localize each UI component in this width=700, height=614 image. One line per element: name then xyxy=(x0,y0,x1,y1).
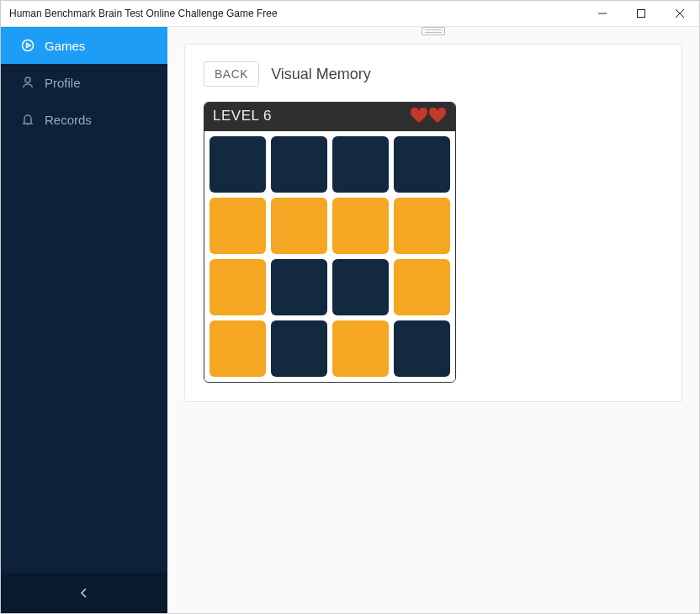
lives-container xyxy=(410,108,447,124)
memory-tile[interactable] xyxy=(332,259,389,315)
svg-point-5 xyxy=(25,77,30,82)
content-area: BACK Visual Memory LEVEL 6 xyxy=(167,27,699,613)
level-label: LEVEL 6 xyxy=(213,108,272,124)
memory-tile[interactable] xyxy=(332,320,389,377)
sidebar-item-label: Records xyxy=(45,113,92,127)
memory-tile[interactable] xyxy=(394,136,450,193)
memory-tile[interactable] xyxy=(394,259,450,315)
card-header: BACK Visual Memory xyxy=(204,61,663,87)
chevron-left-icon xyxy=(79,588,89,598)
window-controls xyxy=(583,1,699,26)
memory-tile[interactable] xyxy=(394,320,450,377)
memory-tile[interactable] xyxy=(209,320,266,377)
svg-point-4 xyxy=(23,40,34,51)
page-title: Visual Memory xyxy=(271,66,371,83)
memory-tile[interactable] xyxy=(209,136,266,193)
sidebar-item-profile[interactable]: Profile xyxy=(1,64,167,101)
play-circle-icon xyxy=(21,39,34,52)
memory-tile[interactable] xyxy=(271,320,327,377)
back-button[interactable]: BACK xyxy=(204,61,259,87)
main-area: Games Profile Records BACK Visual Memory xyxy=(1,27,699,613)
sidebar-item-games[interactable]: Games xyxy=(1,27,167,64)
person-icon xyxy=(21,76,34,89)
memory-tile[interactable] xyxy=(332,198,389,254)
memory-tile[interactable] xyxy=(209,198,266,254)
drag-handle-icon[interactable] xyxy=(422,27,445,35)
window-titlebar: Human Benchmark Brain Test Online Challe… xyxy=(1,1,699,27)
window-title: Human Benchmark Brain Test Online Challe… xyxy=(1,8,278,19)
bell-icon xyxy=(21,113,34,126)
minimize-icon xyxy=(598,9,607,18)
memory-tile[interactable] xyxy=(271,198,327,254)
maximize-icon xyxy=(637,9,645,18)
sidebar-item-label: Games xyxy=(45,39,85,53)
sidebar: Games Profile Records xyxy=(1,27,167,613)
heart-icon xyxy=(428,108,447,124)
sidebar-item-records[interactable]: Records xyxy=(1,101,167,138)
maximize-button[interactable] xyxy=(622,1,660,26)
game-board: LEVEL 6 xyxy=(204,102,456,383)
sidebar-collapse-button[interactable] xyxy=(1,573,167,613)
memory-tile[interactable] xyxy=(332,136,389,193)
minimize-button[interactable] xyxy=(583,1,622,26)
sidebar-item-label: Profile xyxy=(45,76,81,90)
memory-tile[interactable] xyxy=(271,136,327,193)
game-status-bar: LEVEL 6 xyxy=(204,103,455,131)
close-icon xyxy=(676,9,684,18)
memory-grid xyxy=(204,131,455,382)
game-card: BACK Visual Memory LEVEL 6 xyxy=(184,44,682,402)
memory-tile[interactable] xyxy=(209,259,266,315)
svg-rect-1 xyxy=(638,10,645,18)
memory-tile[interactable] xyxy=(271,259,327,315)
heart-icon xyxy=(410,108,428,124)
memory-tile[interactable] xyxy=(394,198,450,254)
close-button[interactable] xyxy=(660,1,699,26)
